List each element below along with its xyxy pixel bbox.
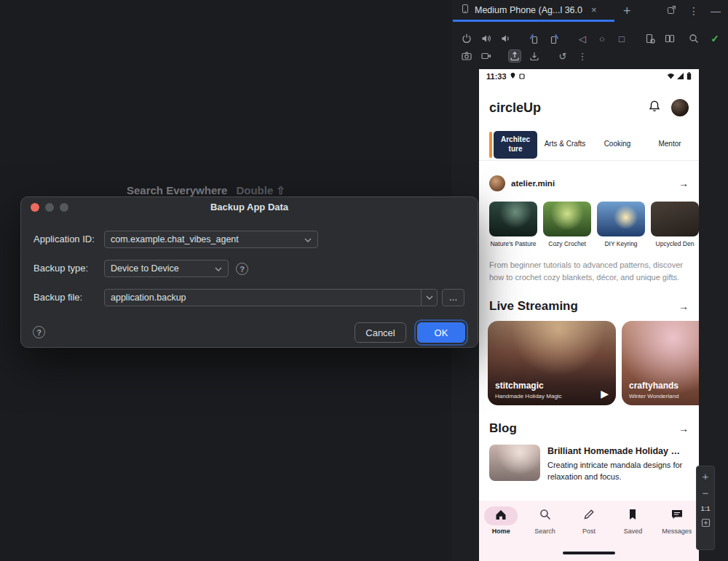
tab-accent-bar: [489, 132, 492, 158]
tab-cooking[interactable]: Cooking: [596, 131, 639, 159]
dialog-help-icon[interactable]: ?: [33, 326, 45, 338]
phone-status-bar: 11:33: [479, 69, 699, 84]
nav-search[interactable]: Search: [523, 506, 566, 561]
nav-post-pill: [572, 506, 606, 525]
volume-up-icon[interactable]: [480, 32, 493, 45]
add-tab-button[interactable]: +: [623, 2, 631, 20]
open-in-new-window-icon[interactable]: [666, 4, 677, 18]
nav-home[interactable]: Home: [479, 506, 523, 561]
gesture-navigation-bar[interactable]: [563, 552, 615, 554]
dialog-title: Backup App Data: [21, 202, 478, 212]
creator-description: From beginner tutorials to advanced patt…: [489, 259, 692, 283]
zoom-ratio-label[interactable]: 1:1: [700, 504, 710, 512]
application-id-label: Application ID:: [33, 231, 95, 248]
app-title: circleUp: [489, 100, 541, 116]
live-card-stitchmagic-name: stitchmagic: [495, 381, 544, 391]
backup-upload-icon[interactable]: [508, 49, 521, 63]
application-id-dropdown[interactable]: com.example.chat_vibes_agent: [104, 231, 318, 248]
fold-device-icon[interactable]: [663, 32, 676, 45]
restore-download-icon[interactable]: [528, 49, 541, 63]
search-everywhere-label: Search Everywhere: [127, 184, 227, 196]
power-button-icon[interactable]: [460, 32, 473, 45]
card-natures-pasture[interactable]: Nature's Pasture: [489, 202, 537, 247]
home-button-icon[interactable]: ○: [596, 32, 609, 45]
tab-mentor[interactable]: Mentor: [648, 131, 692, 159]
zoom-out-button[interactable]: −: [703, 488, 709, 499]
card-cozy-crochet[interactable]: Cozy Crochet: [543, 202, 591, 247]
creator-row[interactable]: atelier.mini →: [489, 174, 689, 193]
signal-icon: [677, 72, 684, 81]
profile-avatar[interactable]: [671, 99, 689, 116]
notifications-bell-icon[interactable]: [648, 100, 661, 116]
live-streaming-arrow-icon[interactable]: →: [678, 301, 689, 312]
app-header: circleUp: [489, 97, 689, 119]
reset-device-icon[interactable]: ↺: [556, 49, 569, 63]
backup-file-dropdown-arrow[interactable]: [421, 290, 437, 306]
live-card-craftyhands-name: craftyhands: [629, 381, 678, 391]
panel-options-kebab-icon[interactable]: ⋮: [689, 5, 699, 17]
emulator-screen[interactable]: 11:33: [479, 69, 699, 561]
hide-panel-icon[interactable]: —: [711, 5, 721, 17]
snapshot-icon[interactable]: [644, 32, 657, 45]
device-toolbar-row1: ◁ ○ □: [460, 31, 676, 47]
creator-avatar: [489, 175, 505, 191]
phone-device-icon: [460, 4, 470, 16]
battery-icon: [687, 72, 692, 81]
card-diy-keyring-label: DIY Keyring: [597, 240, 645, 247]
ok-button[interactable]: OK: [417, 322, 465, 343]
backup-file-value: application.backup: [111, 293, 186, 303]
live-card-stitchmagic[interactable]: stitchmagic Handmade Holiday Magic ▶: [488, 321, 616, 405]
backup-file-combobox[interactable]: application.backup: [104, 289, 438, 306]
nav-messages[interactable]: Messages: [655, 506, 699, 561]
play-icon[interactable]: ▶: [601, 388, 609, 399]
nav-saved[interactable]: Saved: [611, 506, 654, 561]
location-pin-icon: [510, 72, 516, 81]
chevron-down-icon: [304, 234, 312, 244]
tab-arts-crafts[interactable]: Arts & Crafts: [543, 131, 587, 159]
blog-arrow-icon[interactable]: →: [678, 423, 689, 434]
card-upcycled-den-label: Upcycled Den: [651, 240, 699, 247]
nav-messages-pill: [660, 506, 694, 525]
nav-saved-pill: [616, 506, 649, 525]
screenshot-camera-icon[interactable]: [460, 49, 473, 63]
live-card-craftyhands[interactable]: craftyhands Winter Wonderland: [622, 321, 699, 405]
card-natures-pasture-label: Nature's Pasture: [489, 240, 537, 247]
status-time: 11:33: [486, 72, 507, 81]
tab-architecture[interactable]: Architec ture: [494, 131, 537, 159]
device-toolbar-row2: ↺ ⋮: [460, 48, 589, 64]
nav-messages-label: Messages: [662, 528, 692, 535]
live-card-craftyhands-subtitle: Winter Wonderland: [629, 393, 678, 399]
tab-architecture-label: Architec ture: [494, 135, 537, 154]
nav-home-label: Home: [492, 528, 510, 535]
tab-medium-phone[interactable]: Medium Phone (Ag...l 36.0 ×: [453, 0, 614, 22]
zoom-in-button[interactable]: +: [703, 471, 709, 482]
creator-arrow-icon[interactable]: →: [678, 178, 689, 189]
toolbar-kebab-icon[interactable]: ⋮: [576, 49, 589, 63]
backup-type-label: Backup type:: [33, 260, 88, 277]
blog-title: Blog: [489, 421, 517, 436]
screen-record-icon[interactable]: [480, 49, 493, 63]
nav-saved-label: Saved: [624, 528, 643, 535]
backup-type-help-icon[interactable]: ?: [236, 263, 248, 275]
application-id-value: com.example.chat_vibes_agent: [111, 234, 239, 244]
volume-down-icon[interactable]: [499, 32, 513, 45]
rotate-right-icon[interactable]: [547, 32, 561, 45]
rotate-left-icon[interactable]: [528, 32, 541, 45]
backup-type-dropdown[interactable]: Device to Device: [104, 260, 229, 277]
zoom-to-fit-icon[interactable]: [701, 517, 711, 530]
blog-item[interactable]: Brilliant Homemade Holiday … Creating in…: [489, 445, 689, 483]
nav-home-pill: [484, 506, 518, 525]
overview-button-icon[interactable]: □: [615, 32, 628, 45]
nav-search-label: Search: [534, 528, 555, 535]
cancel-button[interactable]: Cancel: [355, 322, 406, 343]
close-tab-icon[interactable]: ×: [591, 4, 597, 15]
hardware-input-icon[interactable]: [687, 32, 700, 45]
device-ready-check-icon: ✓: [711, 33, 719, 44]
card-upcycled-den[interactable]: Upcycled Den: [651, 202, 699, 247]
card-natures-pasture-image: [489, 202, 537, 236]
card-diy-keyring[interactable]: DIY Keyring: [597, 202, 645, 247]
search-everywhere-hint: Search EverywhereDouble ⇧: [127, 184, 285, 197]
back-button-icon[interactable]: ◁: [576, 32, 589, 45]
search-nav-icon: [539, 508, 552, 524]
browse-file-button[interactable]: …: [442, 289, 464, 306]
